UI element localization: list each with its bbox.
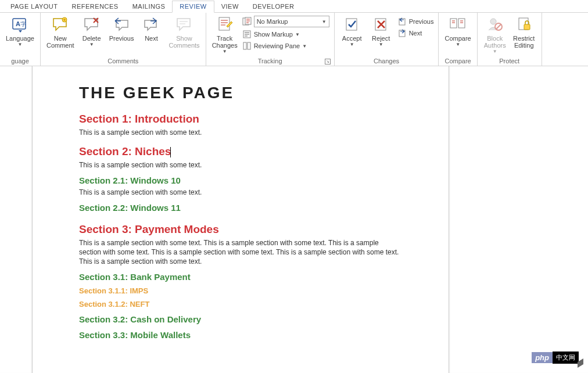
body-text: This is a sample section with some text.… — [79, 238, 402, 266]
text-cursor — [170, 147, 171, 157]
markup-display-icon — [242, 17, 252, 26]
svg-rect-9 — [248, 42, 250, 49]
chevron-down-icon: ▼ — [493, 49, 497, 54]
dialog-launcher-icon[interactable]: ↘ — [325, 59, 331, 64]
svg-rect-10 — [346, 19, 357, 30]
heading-section-3-1-2: Section 3.1.2: NEFT — [79, 300, 402, 309]
ribbon-tabs: PAGE LAYOUT REFERENCES MAILINGS REVIEW V… — [0, 0, 588, 13]
previous-change-icon — [397, 17, 407, 26]
previous-comment-button[interactable]: Previous — [107, 14, 137, 43]
heading-section-1: Section 1: Introduction — [79, 113, 402, 125]
next-change-icon — [397, 28, 407, 38]
group-label-changes: Changes — [338, 58, 435, 66]
chevron-down-icon: ▼ — [379, 42, 383, 47]
restrict-editing-button[interactable]: Restrict Editing — [510, 14, 538, 50]
tab-references[interactable]: REFERENCES — [65, 1, 126, 12]
block-authors-button: Block Authors ▼ — [481, 14, 509, 55]
restrict-editing-icon — [515, 15, 533, 34]
ribbon: A字 Language ▼ guage New Comment Delete ▼… — [0, 13, 588, 66]
chevron-down-icon: ▼ — [302, 44, 307, 49]
group-label-comments: Comments — [44, 58, 202, 66]
tab-mailings[interactable]: MAILINGS — [126, 1, 173, 12]
chevron-down-icon: ▼ — [456, 42, 460, 47]
reject-button[interactable]: Reject ▼ — [367, 14, 395, 48]
page-gutter-right — [449, 66, 588, 373]
heading-section-3-1-1: Section 3.1.1: IMPS — [79, 286, 402, 295]
chevron-down-icon: ▼ — [322, 19, 327, 24]
accept-icon — [343, 15, 361, 34]
language-button[interactable]: A字 Language ▼ — [3, 14, 37, 48]
chevron-down-icon: ▼ — [89, 42, 94, 47]
document-page[interactable]: THE GEEK PAGE Section 1: Introduction Th… — [33, 66, 449, 373]
tab-developer[interactable]: DEVELOPER — [246, 1, 302, 12]
svg-text:A: A — [16, 20, 20, 27]
previous-change-button[interactable]: Previous — [396, 16, 435, 27]
tab-review[interactable]: REVIEW — [172, 1, 214, 13]
next-comment-button[interactable]: Next — [137, 14, 165, 43]
heading-section-3-1: Section 3.1: Bank Payment — [79, 272, 402, 282]
heading-section-2-2: Section 2.2: Windows 11 — [79, 203, 402, 213]
body-text: This is a sample section with some text. — [79, 188, 402, 197]
heading-section-3: Section 3: Payment Modes — [79, 223, 402, 236]
markup-dropdown[interactable]: No Markup ▼ — [254, 16, 329, 27]
svg-rect-8 — [243, 42, 246, 49]
reviewing-pane-button[interactable]: Reviewing Pane ▼ — [241, 41, 331, 51]
heading-section-2: Section 2: Niches — [79, 145, 402, 158]
track-changes-button[interactable]: Track Changes ▼ — [210, 14, 240, 55]
svg-point-16 — [490, 19, 496, 24]
show-markup-icon — [242, 30, 252, 39]
svg-rect-14 — [450, 19, 457, 28]
body-text: This is a sample section with some text. — [79, 128, 402, 137]
chevron-down-icon: ▼ — [223, 49, 227, 54]
new-comment-button[interactable]: New Comment — [44, 14, 77, 50]
block-authors-icon — [486, 15, 504, 34]
tab-page-layout[interactable]: PAGE LAYOUT — [3, 1, 65, 12]
svg-text:字: 字 — [20, 21, 26, 27]
show-markup-button[interactable]: Show Markup ▼ — [241, 29, 331, 40]
page-gutter-left — [0, 66, 33, 373]
tab-view[interactable]: VIEW — [214, 1, 246, 12]
show-comments-icon — [175, 15, 193, 34]
chevron-down-icon: ▼ — [18, 42, 23, 47]
heading-section-3-2: Section 3.2: Cash on Delivery — [79, 314, 402, 324]
compare-button[interactable]: Compare ▼ — [442, 14, 473, 48]
group-label-protect: Protect — [481, 58, 538, 66]
php-logo: php — [532, 352, 553, 363]
group-label-language: guage — [3, 58, 37, 66]
document-area: THE GEEK PAGE Section 1: Introduction Th… — [0, 66, 588, 373]
reviewing-pane-icon — [242, 41, 252, 51]
svg-rect-15 — [458, 19, 465, 28]
previous-comment-icon — [112, 15, 131, 34]
group-label-compare: Compare — [442, 58, 473, 66]
delete-comment-button[interactable]: Delete ▼ — [78, 14, 106, 48]
delete-comment-icon — [83, 15, 101, 34]
accept-button[interactable]: Accept ▼ — [338, 14, 366, 48]
display-for-review-row: No Markup ▼ — [241, 15, 331, 28]
svg-rect-19 — [524, 24, 530, 30]
body-text: This is a sample section with some text. — [79, 160, 402, 170]
svg-rect-4 — [219, 17, 230, 30]
next-change-button[interactable]: Next — [396, 28, 435, 38]
group-label-tracking: Tracking↘ — [210, 58, 331, 66]
chevron-down-icon: ▼ — [295, 32, 300, 37]
new-comment-icon — [51, 15, 70, 34]
watermark-badge: php 中文网 — [532, 352, 583, 364]
track-changes-icon — [216, 15, 234, 34]
show-comments-button: Show Comments — [166, 14, 202, 50]
cn-label: 中文网 — [553, 352, 579, 364]
compare-icon — [449, 15, 467, 34]
next-comment-icon — [142, 15, 160, 34]
doc-title: THE GEEK PAGE — [79, 84, 402, 102]
language-icon: A字 — [10, 15, 29, 34]
heading-section-2-1: Section 2.1: Windows 10 — [79, 175, 402, 185]
heading-section-3-3: Section 3.3: Mobile Wallets — [79, 330, 402, 340]
chevron-down-icon: ▼ — [350, 42, 354, 47]
reject-icon — [372, 15, 390, 34]
